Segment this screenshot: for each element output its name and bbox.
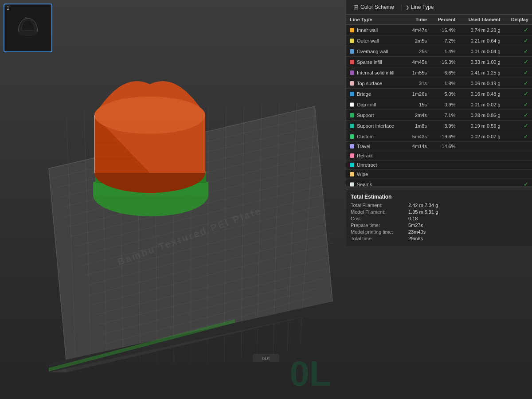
svg-text:0L: 0L xyxy=(289,354,331,393)
total-rows: Total Filament:2.42 m 7.34 gModel Filame… xyxy=(351,203,528,241)
line-type-display-toggle[interactable]: ✓ xyxy=(504,99,532,110)
check-icon: ✓ xyxy=(524,59,528,65)
line-type-display-toggle[interactable]: ✓ xyxy=(504,78,532,89)
line-type-time xyxy=(406,179,430,190)
line-type-display-toggle[interactable] xyxy=(504,151,532,160)
line-type-time: 1m55s xyxy=(406,67,430,78)
check-icon: ✓ xyxy=(524,48,528,55)
line-type-name-cell: Sparse infill xyxy=(346,57,406,67)
line-type-name-cell: Support interface xyxy=(346,121,406,131)
line-type-table-container: Line Type Time Percent Used filament Dis… xyxy=(346,15,532,190)
line-type-name-cell: Overhang wall xyxy=(346,46,406,57)
line-type-time: 5m43s xyxy=(406,131,430,142)
line-type-name-cell: Top surface xyxy=(346,78,406,89)
check-icon: ✓ xyxy=(524,80,528,86)
total-label: Total Filament: xyxy=(351,203,408,208)
table-row: Bridge1m26s5.0%0.16 m 0.48 g✓ xyxy=(346,89,532,99)
line-type-display-toggle[interactable]: ✓ xyxy=(504,131,532,142)
total-value: 2.42 m 7.34 g xyxy=(408,203,438,208)
line-type-time: 1m26s xyxy=(406,89,430,99)
line-type-filament xyxy=(459,142,504,151)
line-type-dropdown[interactable]: ❯ Line Type xyxy=(406,4,434,10)
table-row: Seams✓ xyxy=(346,179,532,190)
line-type-name-cell: Bridge xyxy=(346,89,406,99)
line-type-display-toggle[interactable]: ✓ xyxy=(504,46,532,57)
line-type-percent: 16.3% xyxy=(430,57,459,67)
line-type-percent: 0.9% xyxy=(430,99,459,110)
table-row: Inner wall4m47s16.4%0.74 m 2.23 g✓ xyxy=(346,25,532,35)
total-label: Prepare time: xyxy=(351,223,408,228)
line-type-name-cell: Retract xyxy=(346,151,406,160)
separator: | xyxy=(400,4,402,11)
line-type-name-cell: Seams xyxy=(346,179,406,190)
col-filament: Used filament xyxy=(459,15,504,25)
line-type-display-toggle[interactable] xyxy=(504,170,532,179)
color-scheme-label: Color Scheme xyxy=(360,4,394,10)
check-icon: ✓ xyxy=(524,101,528,108)
line-type-display-toggle[interactable] xyxy=(504,160,532,170)
total-estimation-title: Total Estimation xyxy=(351,194,528,200)
line-type-filament: 0.21 m 0.64 g xyxy=(459,35,504,46)
check-icon: ✓ xyxy=(524,69,528,76)
total-value: 23m40s xyxy=(408,229,426,235)
table-row: Travel4m14s14.6% xyxy=(346,142,532,151)
line-type-display-toggle[interactable]: ✓ xyxy=(504,179,532,190)
col-display: Display xyxy=(504,15,532,25)
line-type-display-toggle[interactable]: ✓ xyxy=(504,25,532,35)
thumbnail-number: 1 xyxy=(7,5,9,11)
table-row: Gap infill15s0.9%0.01 m 0.02 g✓ xyxy=(346,99,532,110)
check-icon: ✓ xyxy=(524,133,528,140)
line-type-time xyxy=(406,151,430,160)
line-type-display-toggle[interactable]: ✓ xyxy=(504,57,532,67)
line-type-name-cell: Internal solid infill xyxy=(346,67,406,78)
total-value: 5m27s xyxy=(408,223,423,228)
line-type-percent: 1.4% xyxy=(430,46,459,57)
line-type-filament: 0.74 m 2.23 g xyxy=(459,25,504,35)
table-row: Unretract xyxy=(346,160,532,170)
line-type-display-toggle[interactable]: ✓ xyxy=(504,89,532,99)
table-row: Top surface31s1.8%0.06 m 0.19 g✓ xyxy=(346,78,532,89)
line-type-time: 1m8s xyxy=(406,121,430,131)
line-type-display-toggle[interactable]: ✓ xyxy=(504,121,532,131)
check-icon: ✓ xyxy=(524,37,528,44)
line-type-filament: 0.02 m 0.07 g xyxy=(459,131,504,142)
total-estimation-panel: Total Estimation Total Filament:2.42 m 7… xyxy=(346,190,532,246)
3d-scene: Bambu Textured PEI Plate xyxy=(0,0,346,399)
line-type-display-toggle[interactable]: ✓ xyxy=(504,110,532,121)
line-type-percent: 3.9% xyxy=(430,121,459,131)
line-type-time: 2m4s xyxy=(406,110,430,121)
line-type-percent: 16.4% xyxy=(430,25,459,35)
line-type-filament: 0.01 m 0.02 g xyxy=(459,99,504,110)
line-type-filament: 0.28 m 0.86 g xyxy=(459,110,504,121)
line-type-display-toggle[interactable]: ✓ xyxy=(504,67,532,78)
col-line-type: Line Type xyxy=(346,15,406,25)
total-value: 0.18 xyxy=(408,216,418,221)
line-type-name-cell: Custom xyxy=(346,131,406,142)
color-scheme-button[interactable]: ⊞ Color Scheme xyxy=(351,3,397,12)
table-header: Line Type Time Percent Used filament Dis… xyxy=(346,15,532,25)
line-type-percent xyxy=(430,160,459,170)
line-type-percent: 19.6% xyxy=(430,131,459,142)
table-row: Wipe xyxy=(346,170,532,179)
total-estimation-row: Prepare time:5m27s xyxy=(351,223,528,228)
line-type-percent: 1.8% xyxy=(430,78,459,89)
table-row: Support2m4s7.1%0.28 m 0.86 g✓ xyxy=(346,110,532,121)
line-type-time xyxy=(406,160,430,170)
line-type-time: 15s xyxy=(406,99,430,110)
line-type-name-cell: Support xyxy=(346,110,406,121)
total-value: 29m8s xyxy=(408,236,423,241)
line-type-filament: 0.06 m 0.19 g xyxy=(459,78,504,89)
check-icon: ✓ xyxy=(524,27,528,33)
line-type-label: Line Type xyxy=(411,4,434,10)
line-type-time: 4m47s xyxy=(406,25,430,35)
line-type-name-cell: Wipe xyxy=(346,170,406,179)
svg-point-41 xyxy=(94,97,205,134)
table-row: Support interface1m8s3.9%0.19 m 0.56 g✓ xyxy=(346,121,532,131)
line-type-display-toggle[interactable]: ✓ xyxy=(504,35,532,46)
line-type-display-toggle[interactable] xyxy=(504,142,532,151)
total-value: 1.95 m 5.91 g xyxy=(408,209,438,215)
line-type-filament xyxy=(459,151,504,160)
line-type-name-cell: Travel xyxy=(346,142,406,151)
thumbnail-panel[interactable]: 1 xyxy=(4,4,52,52)
line-type-filament xyxy=(459,179,504,190)
